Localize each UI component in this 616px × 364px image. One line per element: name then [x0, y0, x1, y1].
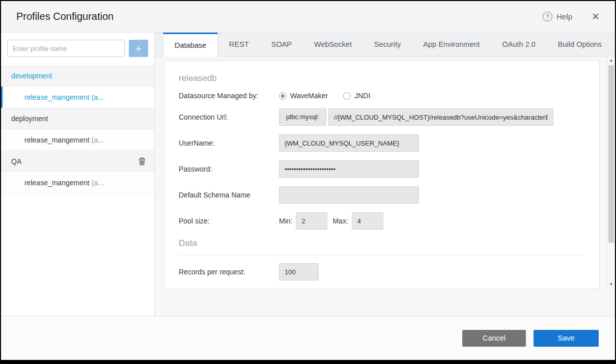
connection-url-label: Connection Url:	[179, 113, 279, 121]
connection-url-prefix: jdbc:mysql:	[279, 108, 326, 126]
profile-list: development release_mangement (a... depl…	[1, 65, 154, 193]
tab-rest[interactable]: REST	[218, 33, 260, 56]
radio-jndi-icon	[343, 92, 351, 100]
section-title-releasedb: releasedb	[179, 73, 585, 92]
connection-url-input[interactable]	[328, 108, 553, 126]
dialog-footer: Cancel Save	[1, 316, 615, 360]
help-icon: ?	[543, 12, 552, 21]
radio-jndi-label: JNDI	[354, 92, 370, 100]
pool-size-label: Pool size:	[179, 217, 279, 225]
profile-label: development	[11, 72, 52, 80]
datasource-label: Datasource Managed by:	[179, 92, 279, 100]
connection-url-group: jdbc:mysql:	[279, 108, 553, 126]
profiles-sidebar: + development release_mangement (a... de…	[1, 33, 155, 316]
scroll-down-icon[interactable]: ▼	[607, 281, 615, 288]
service-label-suffix: (a...	[92, 179, 104, 187]
sidebar-item-deployment[interactable]: deployment	[1, 108, 154, 129]
save-button[interactable]: Save	[534, 330, 599, 347]
tab-build-options[interactable]: Build Options	[547, 33, 613, 56]
tab-websocket[interactable]: WebSocket	[303, 33, 363, 56]
service-label-suffix: (a...	[92, 93, 104, 101]
vertical-scrollbar[interactable]: ▲ ▼	[607, 57, 615, 288]
profile-label: deployment	[11, 115, 48, 123]
records-per-request-input[interactable]	[279, 263, 319, 281]
service-label: release_mangement	[24, 93, 90, 101]
scroll-up-icon[interactable]: ▲	[607, 57, 615, 64]
profile-add-row: +	[1, 33, 154, 65]
service-label: release_mangement	[24, 179, 90, 187]
tab-oauth[interactable]: OAuth 2.0	[491, 33, 547, 56]
profile-name-input[interactable]	[7, 40, 125, 57]
close-icon[interactable]: ✕	[592, 12, 600, 21]
service-label: release_mangement	[24, 136, 90, 144]
password-row: Password:	[179, 160, 585, 178]
pool-min-label: Min:	[279, 217, 292, 225]
schema-label: Default Schema Name	[179, 191, 279, 199]
schema-input[interactable]	[279, 186, 419, 204]
datasource-row: Datasource Managed by: WaveMaker JNDI	[179, 92, 585, 100]
pool-min-input[interactable]	[296, 212, 327, 230]
profiles-configuration-dialog: Profiles Configuration ? Help ✕ + develo…	[1, 1, 615, 360]
radio-wavemaker-label: WaveMaker	[290, 92, 328, 100]
profile-label: QA	[11, 157, 21, 165]
cancel-button[interactable]: Cancel	[462, 330, 526, 347]
records-per-request-label: Records per request:	[179, 268, 279, 276]
password-input[interactable]	[279, 160, 419, 178]
username-label: UserName:	[179, 139, 279, 147]
section-title-data: Data	[179, 238, 585, 255]
records-per-request-row: Records per request:	[179, 263, 585, 281]
scrollbar-thumb[interactable]	[608, 65, 614, 243]
sidebar-item-qa[interactable]: QA	[1, 151, 154, 172]
sidebar-item-development[interactable]: development	[1, 65, 154, 87]
tab-bar: Database REST SOAP WebSocket Security Ap…	[155, 33, 615, 57]
tab-app-environment[interactable]: App Environment	[412, 33, 491, 56]
help-button[interactable]: ? Help	[543, 12, 572, 21]
pool-max-label: Max:	[332, 217, 348, 225]
tab-security[interactable]: Security	[363, 33, 412, 56]
radio-wavemaker[interactable]: WaveMaker	[279, 92, 328, 100]
service-label-suffix: (a...	[92, 136, 104, 144]
add-profile-button[interactable]: +	[129, 40, 148, 57]
dialog-header: Profiles Configuration ? Help ✕	[1, 1, 615, 33]
sidebar-item-release-mangement-dev[interactable]: release_mangement (a...	[1, 87, 154, 108]
tab-soap[interactable]: SOAP	[260, 33, 303, 56]
username-input[interactable]	[279, 134, 419, 152]
connection-url-row: Connection Url: jdbc:mysql:	[179, 108, 585, 126]
sidebar-item-release-mangement-qa[interactable]: release_mangement (a...	[1, 172, 154, 193]
schema-row: Default Schema Name	[179, 186, 585, 204]
pool-size-row: Pool size: Min: Max:	[179, 212, 585, 230]
pool-max-input[interactable]	[352, 212, 383, 230]
radio-wavemaker-icon	[279, 92, 287, 100]
username-row: UserName:	[179, 134, 585, 152]
help-label: Help	[556, 12, 572, 21]
password-label: Password:	[179, 165, 279, 173]
datasource-radio-group: WaveMaker JNDI	[279, 92, 370, 100]
tab-content: releasedb Datasource Managed by: WaveMak…	[155, 57, 615, 316]
delete-profile-icon[interactable]	[138, 157, 146, 166]
scrollbar-track[interactable]	[607, 64, 615, 281]
sidebar-item-release-mangement-deploy[interactable]: release_mangement (a...	[1, 129, 154, 151]
radio-jndi[interactable]: JNDI	[343, 92, 370, 100]
database-form-card: releasedb Datasource Managed by: WaveMak…	[164, 61, 600, 289]
dialog-body: + development release_mangement (a... de…	[1, 33, 615, 316]
tab-database[interactable]: Database	[163, 33, 218, 57]
page-title: Profiles Configuration	[16, 11, 543, 22]
main-panel: Database REST SOAP WebSocket Security Ap…	[155, 33, 615, 316]
